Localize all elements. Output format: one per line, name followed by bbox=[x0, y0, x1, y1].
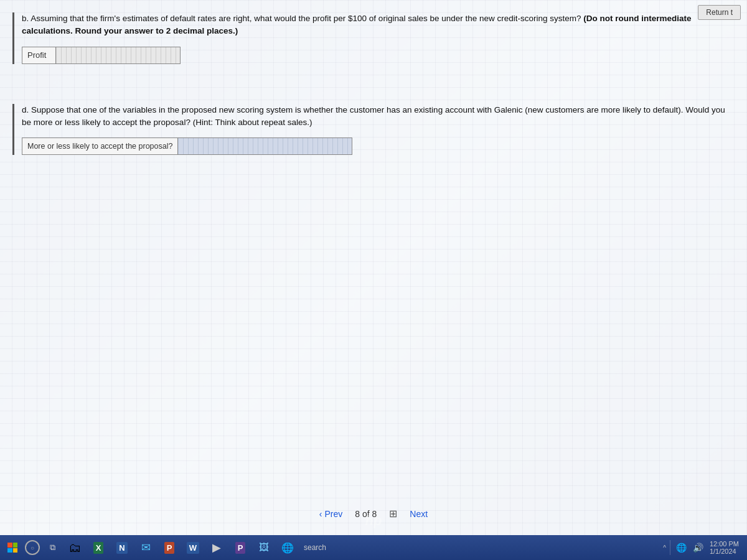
powerpoint-blue-icon: P bbox=[235, 542, 246, 554]
powerpoint-blue-button[interactable]: P bbox=[229, 537, 251, 558]
network-icon[interactable]: 🌐 bbox=[674, 543, 688, 553]
excel-button[interactable]: X bbox=[87, 537, 110, 558]
prev-chevron: ‹ bbox=[319, 509, 322, 519]
tray-divider bbox=[670, 540, 670, 555]
folder-icon: 🗂 bbox=[68, 541, 81, 555]
word-n-button[interactable]: N bbox=[111, 537, 133, 558]
desktop: Return t b. Assuming that the firm's est… bbox=[0, 0, 747, 560]
proposal-label: More or less likely to accept the propos… bbox=[22, 138, 178, 155]
browser-icon: 🌐 bbox=[281, 542, 294, 554]
browser-button[interactable]: 🌐 bbox=[276, 537, 299, 558]
cortana-button[interactable]: ○ bbox=[25, 540, 40, 555]
next-label: Next bbox=[410, 509, 428, 519]
hp-logo: hp bbox=[365, 513, 382, 529]
word-w-icon: W bbox=[187, 542, 199, 554]
photos-button[interactable]: 🖼 bbox=[253, 537, 275, 558]
clock: 12:00 PM1/1/2024 bbox=[708, 540, 741, 555]
cortana-icon: ○ bbox=[31, 544, 34, 551]
question-d-section: d. Suppose that one of the variables in … bbox=[12, 104, 735, 156]
system-tray: ^ 🌐 🔊 12:00 PM1/1/2024 bbox=[663, 540, 745, 555]
video-icon: ▶ bbox=[212, 541, 221, 554]
word-n-icon: N bbox=[116, 542, 127, 554]
question-b-text-main: b. Assuming that the firm's estimates of… bbox=[22, 14, 583, 23]
profit-label: Profit bbox=[22, 47, 56, 64]
photos-icon: 🖼 bbox=[259, 542, 269, 553]
start-button[interactable] bbox=[2, 538, 22, 558]
taskbar-search-label: search bbox=[300, 543, 330, 552]
proposal-input-row: More or less likely to accept the propos… bbox=[22, 138, 735, 155]
mail-button[interactable]: ✉ bbox=[134, 537, 157, 558]
file-explorer-button[interactable]: 🗂 bbox=[63, 537, 86, 558]
powerpoint-red-button[interactable]: P bbox=[158, 537, 181, 558]
proposal-input[interactable] bbox=[178, 138, 352, 155]
prev-label: Prev bbox=[325, 509, 343, 519]
excel-icon: X bbox=[93, 542, 104, 554]
mail-icon: ✉ bbox=[141, 541, 151, 554]
next-button[interactable]: Next bbox=[410, 509, 428, 519]
question-b-text: b. Assuming that the firm's estimates of… bbox=[22, 12, 735, 38]
task-view-icon: ⧉ bbox=[50, 543, 55, 553]
powerpoint-red-icon: P bbox=[164, 542, 175, 554]
question-b-section: b. Assuming that the firm's estimates of… bbox=[12, 12, 735, 64]
windows-logo bbox=[7, 543, 17, 553]
volume-icon[interactable]: 🔊 bbox=[691, 543, 705, 553]
chevron-up-icon[interactable]: ^ bbox=[663, 544, 666, 551]
word-w-button[interactable]: W bbox=[182, 537, 204, 558]
content-window: Return t b. Assuming that the firm's est… bbox=[0, 0, 747, 535]
video-button[interactable]: ▶ bbox=[205, 537, 228, 558]
profit-input-row: Profit bbox=[22, 47, 735, 64]
grid-icon[interactable]: ⊞ bbox=[389, 508, 397, 520]
taskbar: ○ ⧉ 🗂 X N ✉ P W ▶ bbox=[0, 535, 747, 560]
task-view-button[interactable]: ⧉ bbox=[42, 538, 62, 558]
question-d-text: d. Suppose that one of the variables in … bbox=[22, 104, 735, 129]
profit-input[interactable] bbox=[56, 47, 181, 64]
page-current: 8 bbox=[355, 509, 360, 519]
return-button[interactable]: Return t bbox=[698, 5, 741, 20]
prev-button[interactable]: ‹ Prev bbox=[319, 509, 342, 519]
section-spacer bbox=[12, 79, 735, 104]
